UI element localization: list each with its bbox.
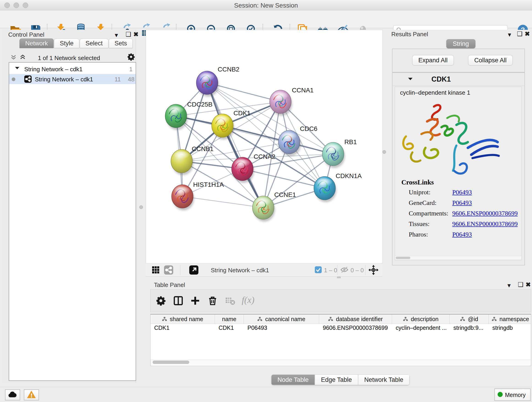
results-panel-title: Results Panel bbox=[391, 31, 428, 38]
table-scrollbar-thumb[interactable] bbox=[152, 361, 189, 364]
crosslink-link[interactable]: 9606.ENSP00000378699 bbox=[452, 210, 518, 217]
main-toolbar: ? bbox=[0, 11, 532, 28]
table-row[interactable]: CDK1CDK1P064939606.ENSP00000378699cyclin… bbox=[151, 324, 531, 332]
warnings-button[interactable] bbox=[24, 389, 39, 400]
network-collection-row[interactable]: String Network – cdk1 1 bbox=[9, 64, 136, 74]
tab-network[interactable]: Network bbox=[19, 38, 54, 48]
node-CDC25B[interactable] bbox=[165, 104, 188, 130]
results-scrollbar-thumb[interactable] bbox=[396, 257, 410, 259]
crosslink-link[interactable]: 9606.ENSP00000378699 bbox=[452, 220, 518, 228]
collapse-all-button[interactable]: Collapse All bbox=[468, 55, 513, 65]
node-CDKN1A[interactable] bbox=[314, 177, 336, 202]
node-label-CCNE1: CCNE1 bbox=[274, 191, 296, 198]
network-canvas[interactable]: CCNB2CCNA1CDC25BCDK1CDC6RB1CCNB1CCNA2CDK… bbox=[146, 30, 383, 264]
table-tabs: Node TableEdge TableNetwork Table bbox=[271, 375, 409, 385]
warning-icon bbox=[26, 390, 36, 399]
table-scrollbar[interactable] bbox=[151, 360, 531, 365]
network-column-icon bbox=[460, 317, 465, 322]
edge-count: 48 bbox=[128, 76, 134, 83]
tab-style[interactable]: Style bbox=[54, 38, 79, 48]
selected-count: 1 – 0 bbox=[324, 267, 337, 274]
pan-crosshair-icon[interactable] bbox=[368, 265, 379, 275]
column-header-label: database identifier bbox=[336, 316, 383, 322]
string-network-icon bbox=[24, 75, 32, 83]
table-cell[interactable]: cyclin–dependent ... bbox=[392, 324, 450, 332]
node-label-CDKN1A: CDKN1A bbox=[336, 172, 362, 179]
network-graph[interactable]: CCNB2CCNA1CDC25BCDK1CDC6RB1CCNB1CCNA2CDK… bbox=[146, 30, 382, 263]
node-table[interactable]: shared namenamecanonical namedatabase id… bbox=[150, 314, 531, 366]
node-CCNA2[interactable] bbox=[232, 157, 254, 183]
close-panel-icon[interactable]: ✖ bbox=[133, 32, 139, 37]
close-panel-icon[interactable]: ✖ bbox=[525, 31, 530, 37]
column-header-name[interactable]: name bbox=[215, 314, 244, 324]
node-CCNE1[interactable] bbox=[253, 196, 275, 222]
node-CCNA1[interactable] bbox=[270, 90, 292, 116]
results-actions-box: Expand All Collapse All bbox=[392, 49, 525, 72]
table-options-gear-icon[interactable] bbox=[156, 295, 166, 306]
collapse-collection-icon[interactable] bbox=[15, 66, 20, 70]
float-panel-icon[interactable]: ❑ bbox=[517, 31, 522, 37]
network-row-selected[interactable]: String Network – cdk1 11 48 bbox=[9, 74, 136, 84]
network-view-toolbar: String Network – cdk1 1 – 0 0 – 0 bbox=[146, 263, 382, 277]
panel-menu-icon[interactable]: ▼ bbox=[507, 32, 512, 38]
gene-header-row[interactable]: CDK1 bbox=[393, 73, 525, 86]
tab-network-table[interactable]: Network Table bbox=[358, 375, 410, 385]
birds-eye-view-icon[interactable] bbox=[152, 266, 160, 274]
column-header-description[interactable]: description bbox=[392, 314, 450, 324]
table-cell[interactable]: CDK1 bbox=[151, 324, 215, 332]
memory-label: Memory bbox=[505, 392, 526, 398]
right-splitter-handle[interactable] bbox=[382, 150, 386, 154]
crosslink-link[interactable]: P06493 bbox=[452, 199, 472, 206]
column-header-namespace[interactable]: namespace bbox=[489, 314, 532, 324]
show-columns-icon[interactable] bbox=[173, 295, 184, 306]
memory-button[interactable]: Memory bbox=[494, 389, 531, 401]
tab-edge-table[interactable]: Edge Table bbox=[315, 375, 358, 385]
add-column-icon[interactable] bbox=[190, 295, 201, 306]
table-header-row[interactable]: shared namenamecanonical namedatabase id… bbox=[151, 314, 531, 324]
float-panel-icon[interactable]: ❑ bbox=[518, 282, 523, 287]
column-header-label: namespace bbox=[500, 316, 529, 322]
tab-sets[interactable]: Sets bbox=[109, 38, 133, 48]
left-splitter-handle[interactable] bbox=[139, 205, 143, 209]
column-header-database-identifier[interactable]: database identifier bbox=[319, 314, 392, 324]
collapse-gene-icon[interactable] bbox=[408, 77, 413, 81]
column-header-shared-name[interactable]: shared name bbox=[151, 314, 215, 324]
tab-node-table[interactable]: Node Table bbox=[271, 375, 315, 385]
expand-all-button[interactable]: Expand All bbox=[412, 55, 454, 65]
node-label-CCNA1: CCNA1 bbox=[292, 87, 314, 94]
node-label-CCNA2: CCNA2 bbox=[254, 153, 275, 160]
hidden-eye-slash-icon[interactable] bbox=[340, 266, 349, 273]
node-CDK1[interactable] bbox=[212, 114, 234, 140]
node-CCNB2[interactable] bbox=[196, 71, 219, 97]
selected-checkbox-icon[interactable] bbox=[315, 266, 322, 273]
panel-menu-icon[interactable]: ▼ bbox=[506, 283, 512, 288]
float-panel-icon[interactable]: ❑ bbox=[126, 32, 131, 37]
node-HIST1H1A[interactable] bbox=[172, 185, 194, 211]
table-panel-title: Table Panel bbox=[154, 281, 185, 288]
network-options-gear-icon[interactable] bbox=[127, 53, 135, 61]
edge-HIST1H1A-CCNE1[interactable] bbox=[182, 196, 263, 208]
open-external-view-icon[interactable] bbox=[189, 265, 198, 274]
table-cell[interactable]: stringdb bbox=[489, 324, 532, 332]
results-scrollbar[interactable] bbox=[395, 256, 521, 259]
table-cell[interactable]: stringdb:9... bbox=[450, 324, 489, 332]
status-bar: Memory bbox=[0, 387, 532, 402]
node-RB1[interactable] bbox=[322, 142, 345, 168]
crosslink-link[interactable]: P06493 bbox=[452, 189, 472, 196]
column-header-@id[interactable]: @id bbox=[450, 314, 489, 324]
delete-table-icon bbox=[225, 295, 235, 306]
delete-column-icon[interactable] bbox=[207, 295, 218, 306]
cloud-status-button[interactable] bbox=[5, 389, 20, 400]
table-cell[interactable]: CDK1 bbox=[215, 324, 244, 332]
column-header-canonical-name[interactable]: canonical name bbox=[244, 314, 319, 324]
panel-menu-icon[interactable]: ▼ bbox=[114, 32, 119, 38]
node-label-RB1: RB1 bbox=[344, 138, 357, 146]
string-view-icon[interactable] bbox=[164, 265, 173, 274]
crosslink-link[interactable]: P06493 bbox=[452, 231, 472, 238]
close-panel-icon[interactable]: ✖ bbox=[526, 282, 531, 287]
tab-string[interactable]: String bbox=[446, 39, 475, 48]
table-cell[interactable]: P06493 bbox=[244, 324, 319, 332]
tab-select[interactable]: Select bbox=[80, 38, 108, 48]
table-cell[interactable]: 9606.ENSP00000378699 bbox=[319, 324, 392, 332]
node-CDC6[interactable] bbox=[278, 130, 301, 156]
